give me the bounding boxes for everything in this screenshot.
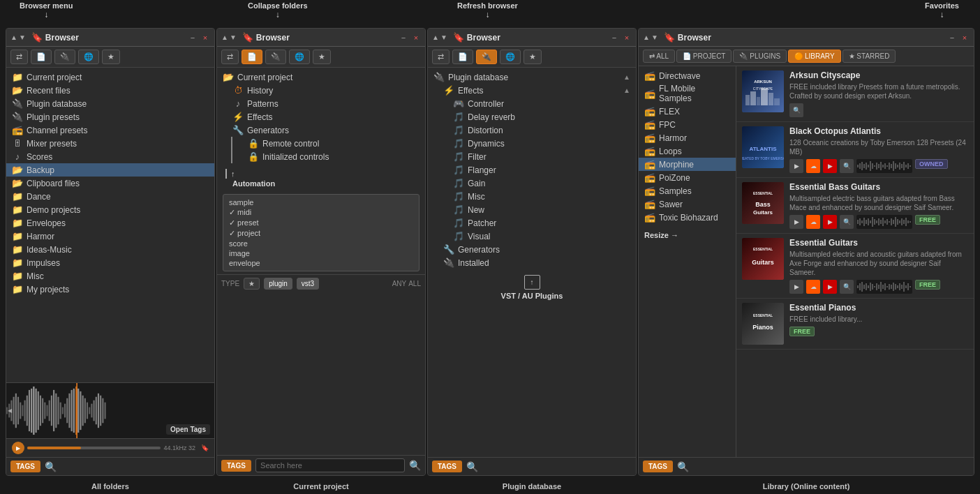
panel3-tags-btn[interactable]: TAGS <box>432 461 462 472</box>
panel3-web-btn[interactable]: 🌐 <box>500 50 521 64</box>
library-card-bass[interactable]: ESSENTIAL Bass Guitars Essential Bass Gu… <box>736 178 974 234</box>
tab-library[interactable]: 🟠 LIBRARY <box>788 50 840 63</box>
panel1-item-recent-files[interactable]: 📂 Recent files <box>6 84 214 97</box>
panel1-plugin-btn[interactable]: 🔌 <box>54 50 75 64</box>
library-card-guitars[interactable]: ESSENTIAL Guitars Essential Guitars Mult… <box>736 234 974 299</box>
type-star-chip[interactable]: ★ <box>244 278 260 290</box>
panel2-item-initialized[interactable]: 🔒 Initialized controls <box>231 150 425 163</box>
youtube-btn-atlantis[interactable]: ▶ <box>823 159 837 173</box>
tag-project[interactable]: ✓ project <box>229 228 413 239</box>
soundcloud-btn-atlantis[interactable]: ☁ <box>806 159 820 173</box>
panel3-item-flanger[interactable]: 🎵 Flanger <box>428 163 636 177</box>
panel4-item-poizone[interactable]: 📻 PoiZone <box>639 171 736 184</box>
panel3-search-btn[interactable]: 🔍 <box>466 461 478 472</box>
panel2-plugin-btn[interactable]: 🔌 <box>265 50 286 64</box>
type-vst3-chip[interactable]: vst3 <box>297 278 319 290</box>
play-button[interactable]: ▶ <box>12 442 24 454</box>
type-plugin-chip[interactable]: plugin <box>264 278 292 290</box>
zoom-btn-bass[interactable]: 🔍 <box>840 215 854 229</box>
panel1-item-envelopes[interactable]: 📁 Envelopes <box>6 216 214 230</box>
panel2-all-btn[interactable]: ⇄ <box>221 50 239 64</box>
panel3-nav-down[interactable]: ▼ <box>440 33 447 41</box>
panel3-item-generators[interactable]: 🔧 Generators <box>428 243 636 256</box>
panel4-item-harmor[interactable]: 📻 Harmor <box>639 131 736 144</box>
library-card-atlantis[interactable]: ATLANTIS CREATED BY TOBY EMERSON Black O… <box>736 122 974 178</box>
zoom-btn-arksun[interactable]: 🔍 <box>789 103 803 117</box>
panel4-item-toxic-biohazard[interactable]: 📻 Toxic Biohazard <box>639 211 736 224</box>
panel2-item-generators[interactable]: 🔧 Generators <box>217 123 425 137</box>
panel3-item-delay-reverb[interactable]: 🎵 Delay reverb <box>428 110 636 123</box>
panel1-nav-up[interactable]: ▲ <box>10 33 17 41</box>
panel2-minimize[interactable]: − <box>399 33 408 42</box>
panel4-nav-up[interactable]: ▲ <box>643 33 650 41</box>
panel1-files-btn[interactable]: 📄 <box>31 50 52 64</box>
panel3-close[interactable]: × <box>622 33 632 42</box>
panel1-web-btn[interactable]: 🌐 <box>78 50 99 64</box>
panel1-item-dance[interactable]: 📁 Dance <box>6 190 214 203</box>
panel3-files-btn[interactable]: 📄 <box>452 50 473 64</box>
panel1-item-current-project[interactable]: 📁 Current project <box>6 70 214 84</box>
library-card-pianos[interactable]: ESSENTIAL Pianos Essential Pianos FREE i… <box>736 299 974 350</box>
panel3-nav-up[interactable]: ▲ <box>432 33 439 41</box>
panel2-search-btn[interactable]: 🔍 <box>409 460 421 471</box>
panel4-item-flex[interactable]: 📻 FLEX <box>639 105 736 118</box>
panel3-item-gain[interactable]: 🎵 Gain <box>428 177 636 190</box>
tab-all[interactable]: ⇄ ALL <box>643 50 675 63</box>
panel3-item-effects[interactable]: ⚡ Effects ▲ <box>428 84 636 97</box>
panel3-star-btn[interactable]: ★ <box>524 50 542 64</box>
zoom-btn-atlantis[interactable]: 🔍 <box>840 159 854 173</box>
panel1-item-scores[interactable]: ♪ Scores <box>6 150 214 163</box>
panel2-item-remote-control[interactable]: 🔒 Remote control <box>231 137 425 150</box>
panel3-all-btn[interactable]: ⇄ <box>432 50 450 64</box>
library-card-arksun[interactable]: ARKSUN CITYSCAPE <box>736 66 974 122</box>
panel2-item-current-project[interactable]: 📂 Current project <box>217 70 425 84</box>
tag-preset[interactable]: ✓ preset <box>229 218 413 228</box>
tag-midi[interactable]: ✓ midi <box>229 207 413 218</box>
panel4-item-samples[interactable]: 📻 Samples <box>639 184 736 197</box>
panel3-item-patcher[interactable]: 🎵 Patcher <box>428 216 636 230</box>
panel4-minimize[interactable]: − <box>947 33 957 42</box>
panel1-search-btn[interactable]: 🔍 <box>45 461 57 472</box>
play-btn-guitars[interactable]: ▶ <box>789 280 803 294</box>
panel3-item-new[interactable]: 🎵 New <box>428 203 636 216</box>
tag-score[interactable]: score <box>229 239 413 248</box>
panel1-item-misc[interactable]: 📁 Misc <box>6 269 214 283</box>
panel1-nav-down[interactable]: ▼ <box>19 33 26 41</box>
panel2-tags-btn[interactable]: TAGS <box>221 460 251 472</box>
panel1-tags-btn[interactable]: TAGS <box>10 461 40 472</box>
panel1-star-btn[interactable]: ★ <box>102 50 120 64</box>
panel4-item-directwave[interactable]: 📻 Directwave <box>639 69 736 82</box>
tag-image[interactable]: image <box>229 248 413 258</box>
tab-starred[interactable]: ★ STARRED <box>842 50 896 63</box>
youtube-btn-guitars[interactable]: ▶ <box>823 280 837 294</box>
panel1-close[interactable]: × <box>200 33 210 42</box>
panel1-all-btn[interactable]: ⇄ <box>10 50 28 64</box>
panel4-item-fpc[interactable]: 📻 FPC <box>639 118 736 131</box>
play-btn-bass[interactable]: ▶ <box>789 215 803 229</box>
panel2-item-patterns[interactable]: ♪ Patterns <box>217 97 425 110</box>
panel2-item-effects[interactable]: ⚡ Effects <box>217 110 425 123</box>
panel3-item-installed[interactable]: 🔌 Installed <box>428 256 636 269</box>
panel4-search-btn[interactable]: 🔍 <box>677 461 689 472</box>
any-btn[interactable]: ANY <box>392 280 407 287</box>
panel2-nav-down[interactable]: ▼ <box>230 33 237 41</box>
panel3-item-visual[interactable]: 🎵 Visual <box>428 230 636 243</box>
panel2-item-history[interactable]: ⏱ History <box>217 84 425 97</box>
panel2-star-btn[interactable]: ★ <box>313 50 331 64</box>
panel1-item-channel-presets[interactable]: 📻 Channel presets <box>6 123 214 137</box>
panel1-minimize[interactable]: − <box>188 33 198 42</box>
tag-sample[interactable]: sample <box>229 197 413 207</box>
panel3-item-dynamics[interactable]: 🎵 Dynamics <box>428 137 636 150</box>
play-btn-atlantis[interactable]: ▶ <box>789 159 803 173</box>
soundcloud-btn-bass[interactable]: ☁ <box>806 215 820 229</box>
panel2-close[interactable]: × <box>411 33 421 42</box>
panel4-item-fl-mobile[interactable]: 📻 FL Mobile Samples <box>639 82 736 105</box>
panel1-item-clipboard[interactable]: 📂 Clipboard files <box>6 177 214 190</box>
panel4-close[interactable]: × <box>960 33 970 42</box>
all-btn[interactable]: ALL <box>408 280 421 287</box>
panel1-item-plugin-presets[interactable]: 🔌 Plugin presets <box>6 110 214 123</box>
panel2-nav-up[interactable]: ▲ <box>221 33 228 41</box>
panel3-plugin-btn[interactable]: 🔌 <box>476 50 497 64</box>
panel4-tags-btn[interactable]: TAGS <box>643 461 673 472</box>
panel1-item-mixer-presets[interactable]: 🎚 Mixer presets <box>6 137 214 150</box>
